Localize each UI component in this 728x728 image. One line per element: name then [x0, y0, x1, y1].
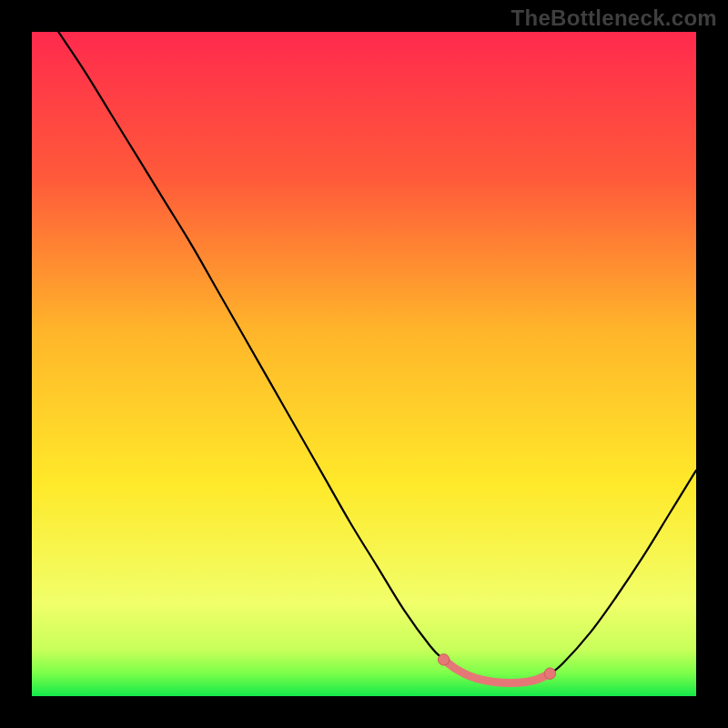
watermark-text: TheBottleneck.com: [511, 5, 717, 31]
gradient-background: [32, 32, 696, 696]
plot-area: [32, 32, 696, 696]
marker-dot: [438, 654, 449, 665]
marker-dot: [544, 668, 555, 679]
bottleneck-curve-chart: [32, 32, 696, 696]
chart-container: { "watermark": "TheBottleneck.com", "plo…: [0, 0, 728, 728]
